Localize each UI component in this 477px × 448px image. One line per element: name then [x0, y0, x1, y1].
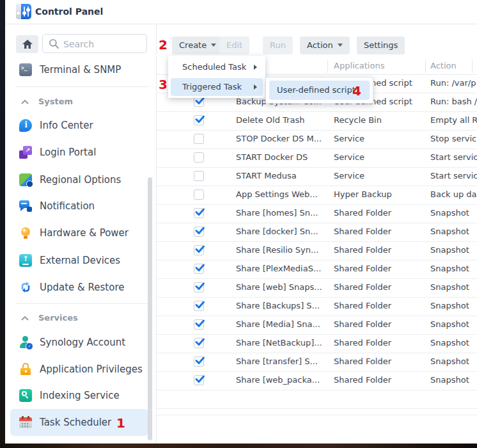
action-cell: Back up da	[430, 189, 477, 199]
sidebar-item-synology-account[interactable]: ✓Synology Account	[10, 329, 148, 356]
task-row[interactable]: START Docker DSServiceStart servic	[157, 148, 477, 168]
action-button[interactable]: Action	[300, 36, 350, 54]
task-enabled-checkbox[interactable]	[194, 282, 204, 292]
task-row[interactable]: Share [transfer] S...Shared FolderSnapsh…	[157, 353, 477, 372]
task-enabled-checkbox[interactable]	[194, 245, 204, 255]
menu-item-triggered-task[interactable]: Triggered Task	[171, 78, 263, 96]
applications-cell: Shared Folder	[334, 282, 391, 292]
task-name-cell: App Settings Web...	[236, 189, 318, 199]
sidebar-item-indexing-service[interactable]: Indexing Service	[10, 382, 148, 409]
caret-down-icon	[338, 44, 343, 47]
column-divider	[425, 60, 426, 73]
applications-cell: Shared Folder	[334, 375, 391, 385]
sidebar-item-login-portal[interactable]: Login Portal	[10, 139, 148, 166]
task-row[interactable]: Share [web] Snaps...Shared FolderSnapsho…	[157, 278, 477, 298]
sidebar-item-regional-options[interactable]: Regional Options	[10, 166, 148, 193]
edit-button[interactable]: Edit	[219, 36, 249, 54]
task-row[interactable]: Share [NetBackup]...Shared FolderSnapsho…	[157, 334, 477, 353]
task-enabled-checkbox[interactable]	[194, 208, 204, 218]
synology-account-icon: ✓	[19, 336, 32, 349]
sidebar-section-services[interactable]: Services	[10, 310, 148, 326]
indexing-service-icon	[19, 389, 32, 402]
task-name-cell: Share [web] Snaps...	[236, 282, 322, 292]
column-header-action[interactable]: Action	[430, 61, 457, 70]
task-row[interactable]: Share [PlexMediaS...Shared FolderSnapsho…	[157, 260, 477, 279]
sidebar-item-external-devices[interactable]: External Devices	[10, 247, 148, 274]
column-header-applications[interactable]: Applications	[334, 61, 384, 70]
applications-cell: Recycle Bin	[334, 115, 382, 125]
action-cell: Snapshot	[430, 245, 469, 255]
sidebar-item-terminal-snmp[interactable]: Terminal & SNMP	[10, 56, 148, 83]
settings-button[interactable]: Settings	[357, 36, 405, 54]
task-row[interactable]: Share [Resilio Syn...Shared FolderSnapsh…	[157, 241, 477, 260]
run-button[interactable]: Run	[263, 36, 293, 54]
submenu-arrow-icon	[254, 84, 257, 90]
task-enabled-checkbox[interactable]	[194, 319, 204, 330]
table-footer-line	[157, 408, 477, 409]
sidebar-item-label: Terminal & SNMP	[40, 56, 121, 83]
sidebar-item-label: Application Privileges	[40, 356, 143, 383]
sidebar-section-system[interactable]: System	[10, 94, 148, 109]
task-row[interactable]: Share [Backups] S...Shared FolderSnapsho…	[157, 297, 477, 316]
annotation-2: 2	[159, 37, 168, 52]
sidebar-item-label: Hardware & Power	[40, 220, 129, 246]
applications-cell: Shared Folder	[334, 338, 391, 348]
action-cell: Snapshot	[430, 282, 469, 292]
action-cell: Snapshot	[430, 208, 469, 218]
task-enabled-checkbox[interactable]	[194, 264, 204, 274]
task-row[interactable]: Share [homes] Sn...Shared FolderSnapshot	[157, 204, 477, 223]
task-enabled-checkbox[interactable]	[194, 189, 204, 200]
task-row[interactable]: START MedusaServiceStart servic	[157, 167, 477, 186]
sidebar-item-task-scheduler[interactable]: Task Scheduler	[10, 409, 148, 436]
task-row[interactable]: Delete Old TrashRecycle BinEmpty all R	[157, 111, 477, 131]
sidebar-item-notification[interactable]: Notification	[10, 193, 148, 220]
button-label: Edit	[226, 40, 242, 50]
sidebar-scrollbar[interactable]	[148, 177, 152, 440]
annotation-4: 4	[352, 83, 361, 99]
action-cell: Stop servic	[430, 134, 476, 143]
sidebar-item-application-privileges[interactable]: Application Privileges	[10, 356, 148, 383]
button-label: Run	[270, 40, 286, 50]
sidebar-item-label: Update & Restore	[40, 274, 124, 301]
search-input[interactable]	[62, 35, 145, 53]
task-row[interactable]: Share [Media] Sna...Shared FolderSnapsho…	[157, 316, 477, 335]
sidebar-item-info-center[interactable]: Info Center	[10, 112, 148, 139]
task-enabled-checkbox[interactable]	[194, 97, 204, 107]
sidebar-divider	[15, 86, 148, 87]
task-enabled-checkbox[interactable]	[194, 134, 204, 144]
task-enabled-checkbox[interactable]	[194, 171, 204, 181]
task-row[interactable]: Share [docker] Sn...Shared FolderSnapsho…	[157, 223, 477, 242]
checkmark-icon	[193, 374, 206, 385]
main-panel: CreateEditRunActionSettings Applications…	[156, 0, 477, 444]
checkmark-icon	[193, 337, 206, 348]
task-enabled-checkbox[interactable]	[194, 115, 204, 125]
sidebar-item-label: Notification	[40, 193, 95, 220]
checkmark-icon	[193, 114, 206, 125]
applications-cell: Service	[334, 134, 364, 143]
task-enabled-checkbox[interactable]	[194, 227, 204, 237]
task-row[interactable]: STOP Docker DS M...ServiceStop servic	[157, 130, 477, 149]
application-privileges-icon	[19, 363, 32, 376]
task-row[interactable]: Share [web_packa...Shared FolderSnapshot	[157, 371, 477, 390]
sidebar-item-update-restore[interactable]: Update & Restore	[10, 274, 148, 301]
create-button[interactable]: Create	[172, 36, 223, 54]
task-enabled-checkbox[interactable]	[194, 152, 204, 163]
search-box	[42, 34, 147, 53]
task-name-cell: Share [Resilio Syn...	[236, 245, 318, 255]
applications-cell: Shared Folder	[334, 264, 391, 273]
task-enabled-checkbox[interactable]	[194, 301, 204, 311]
chevron-up-icon	[21, 100, 29, 104]
desktop-background-left	[0, 0, 5, 448]
table-footer-line	[157, 415, 477, 415]
task-enabled-checkbox[interactable]	[194, 375, 204, 385]
task-enabled-checkbox[interactable]	[194, 338, 204, 348]
search-icon	[49, 38, 59, 49]
action-cell: Snapshot	[430, 264, 469, 273]
sidebar-item-hardware-power[interactable]: Hardware & Power	[10, 220, 148, 246]
home-button[interactable]	[16, 35, 38, 53]
task-enabled-checkbox[interactable]	[194, 356, 204, 367]
applications-cell: Shared Folder	[334, 208, 391, 218]
menu-item-scheduled-task[interactable]: Scheduled Task	[171, 58, 263, 77]
login-portal-icon	[19, 146, 32, 159]
task-row[interactable]: App Settings Web...Hyper BackupBack up d…	[157, 186, 477, 205]
